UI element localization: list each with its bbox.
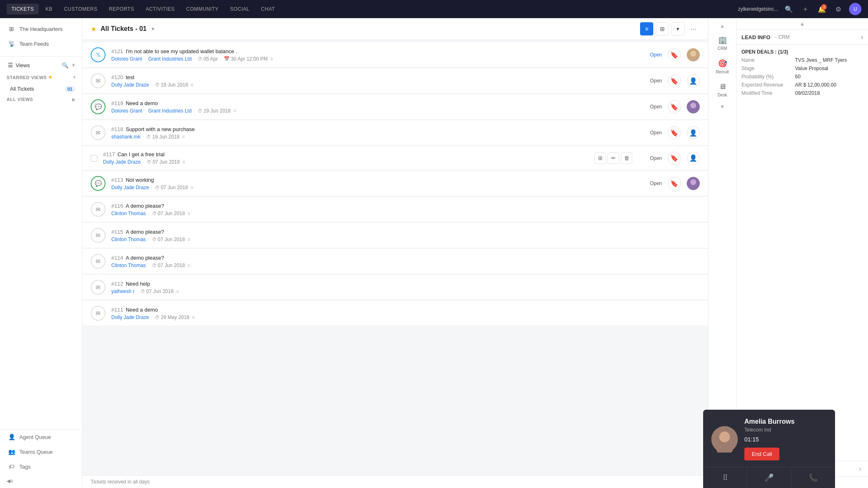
user-avatar[interactable]: U: [849, 3, 861, 15]
mute-icon-btn[interactable]: 🎤: [747, 467, 791, 488]
deal-revenue-label: Expected Revenue: [741, 82, 795, 88]
tickets-header: ★ All Tickets - 01 ▾ ≡ ⊞ ▾ ···: [82, 18, 708, 40]
table-row[interactable]: ✉ #114 A demo please? Clinton Thomas · ⏱…: [82, 249, 708, 274]
table-row[interactable]: ✉ #115 A demo please? Clinton Thomas · ⏱…: [82, 223, 708, 248]
ticket-contact[interactable]: Clinton Thomas: [111, 263, 146, 268]
sidebar-item-teams-queue[interactable]: 👥 Teams Queue: [0, 444, 82, 459]
bookmark-icon-btn[interactable]: 🔖: [668, 100, 681, 113]
assign-icon-btn[interactable]: 👤: [687, 126, 700, 139]
nav-item-chat[interactable]: CHAT: [256, 4, 280, 14]
ticket-subject: I'm not able to see my updated wallet ba…: [126, 48, 237, 54]
ticket-content: #111 Need a demo Dolly Jade Draze · ⏱29 …: [111, 307, 700, 320]
ticket-contact[interactable]: shashank.mk: [111, 134, 141, 140]
table-row[interactable]: 💬 #113 Not working Dolly Jade Draze · ⏱0…: [82, 171, 708, 196]
keypad-icon-btn[interactable]: ⠿: [703, 467, 747, 488]
channel-icon-email: ✉: [91, 125, 106, 140]
table-row[interactable]: #117 Can I get a free trial Dolly Jade D…: [82, 146, 708, 170]
float-nav-crm[interactable]: 🏢 CRM: [708, 32, 736, 54]
ticket-company[interactable]: Grant Industries Ltd: [148, 108, 191, 114]
edit-icon-btn[interactable]: ✏: [608, 152, 619, 164]
nav-item-customers[interactable]: CUSTOMERS: [59, 4, 102, 14]
merge-icon-btn[interactable]: ⊞: [594, 152, 606, 164]
table-row[interactable]: ✉ #112 Need help yatheesh r · ⏱07 Jun 20…: [82, 275, 708, 300]
notifications-icon-btn[interactable]: 🔔 3: [816, 3, 828, 15]
grid-view-button[interactable]: ⊞: [656, 22, 669, 35]
filter-button[interactable]: ▾: [671, 22, 685, 35]
float-scroll-down[interactable]: ▼: [718, 102, 727, 111]
ticket-number: #121: [111, 48, 123, 54]
search-icon-btn[interactable]: 🔍: [783, 3, 795, 15]
nav-item-tickets[interactable]: TICKETS: [7, 4, 39, 14]
bookmark-icon-btn[interactable]: 🔖: [668, 152, 681, 165]
panel-scroll-up[interactable]: ▲: [737, 18, 868, 30]
sidebar-item-agent-queue[interactable]: 👤 Agent Queue: [0, 429, 82, 444]
table-row[interactable]: 💬 #119 Need a demo Dolores Grant · Grant…: [82, 94, 708, 120]
starred-views-arrow-icon[interactable]: ▾: [73, 75, 76, 80]
nav-item-reports[interactable]: REPORTS: [104, 4, 139, 14]
table-row[interactable]: ✉ #116 A demo please? Clinton Thomas · ⏱…: [82, 197, 708, 222]
teams-queue-icon: 👥: [8, 448, 15, 455]
ticket-contact[interactable]: Dolly Jade Draze: [111, 314, 149, 320]
ticket-contact[interactable]: yatheesh r: [111, 289, 134, 294]
sidebar-item-headquarters[interactable]: ⊞ The Headquarters: [0, 21, 82, 36]
ticket-assignee-avatar: [687, 177, 700, 190]
notes-icon: ≡: [188, 237, 190, 242]
sidebar-item-team-feeds[interactable]: 📡 Team Feeds: [0, 36, 82, 51]
svg-point-4: [690, 103, 696, 108]
nav-item-community[interactable]: COMMUNITY: [181, 4, 224, 14]
float-scroll-up[interactable]: ▲: [718, 21, 727, 30]
call-company: Telecom Ind: [744, 427, 795, 433]
tags-label: Tags: [19, 464, 75, 470]
search-icon[interactable]: 🔍: [62, 62, 68, 68]
float-nav-recruit[interactable]: 🎯 Recruit: [708, 56, 736, 77]
crm-tag-label: - CRM: [775, 34, 790, 40]
add-icon-btn[interactable]: ＋: [800, 3, 811, 15]
ticket-company[interactable]: Grant Industries Ltd: [148, 56, 191, 62]
notes-icon: ≡: [190, 185, 193, 190]
list-view-button[interactable]: ≡: [640, 22, 653, 35]
all-views-arrow-icon[interactable]: ▶: [72, 97, 76, 102]
ticket-contact[interactable]: Dolly Jade Draze: [103, 159, 141, 165]
float-nav-desk[interactable]: 🖥 Desk: [708, 79, 736, 101]
ticket-content: #120 test Dolly Jade Draze · ⏱19 Jun 201…: [111, 74, 636, 88]
table-row[interactable]: ✉ #120 test Dolly Jade Draze · ⏱19 Jun 2…: [82, 68, 708, 94]
bookmark-icon-btn[interactable]: 🔖: [668, 126, 681, 139]
ticket-contact[interactable]: Clinton Thomas: [111, 211, 146, 216]
bookmark-icon-btn[interactable]: 🔖: [668, 177, 681, 190]
ticket-checkbox[interactable]: [91, 155, 97, 162]
nav-domain: zylkerwidgetsinc...: [738, 6, 778, 12]
table-row[interactable]: 𝕏 #121 I'm not able to see my updated wa…: [82, 42, 708, 68]
collapse-sidebar-button[interactable]: ◀≡: [0, 474, 82, 488]
ticket-contact[interactable]: Dolores Grant: [111, 56, 142, 62]
sidebar-item-tags[interactable]: 🏷 Tags: [0, 459, 82, 474]
ticket-contact[interactable]: Clinton Thomas: [111, 237, 146, 242]
ticket-contact[interactable]: Dolly Jade Draze: [111, 82, 149, 88]
bookmark-icon-btn[interactable]: 🔖: [668, 48, 681, 61]
settings-icon-btn[interactable]: ⚙: [833, 3, 844, 15]
sidebar: ⊞ The Headquarters 📡 Team Feeds ☰ Views …: [0, 18, 82, 488]
nav-right: zylkerwidgetsinc... 🔍 ＋ 🔔 3 ⚙ U: [738, 3, 861, 15]
table-row[interactable]: ✉ #118 Support with a new purchase shash…: [82, 120, 708, 145]
ticket-date: ⏱07 Jun 2018: [147, 159, 180, 165]
delete-icon-btn[interactable]: 🗑: [621, 152, 632, 164]
add-view-icon[interactable]: +: [72, 61, 75, 69]
ticket-contact[interactable]: Dolores Grant: [111, 108, 142, 114]
headquarters-icon: ⊞: [8, 25, 15, 33]
ticket-contact[interactable]: Dolly Jade Draze: [111, 185, 149, 190]
panel-next-icon[interactable]: ›: [859, 465, 861, 473]
sidebar-item-all-tickets[interactable]: All Tickets 01: [0, 82, 82, 95]
lead-info-expand-icon[interactable]: ›: [861, 34, 863, 40]
tickets-star-icon[interactable]: ★: [91, 25, 96, 33]
assign-icon-btn[interactable]: 👤: [687, 74, 700, 87]
bookmark-icon-btn[interactable]: 🔖: [668, 74, 681, 87]
table-row[interactable]: ✉ #111 Need a demo Dolly Jade Draze · ⏱2…: [82, 301, 708, 326]
channel-icon-twitter: 𝕏: [91, 47, 106, 62]
tickets-dropdown-icon[interactable]: ▾: [152, 26, 154, 32]
phone-icon-btn[interactable]: 📞: [791, 467, 835, 488]
assign-icon-btn[interactable]: 👤: [687, 152, 700, 165]
nav-item-kb[interactable]: KB: [40, 4, 57, 14]
more-options-button[interactable]: ···: [687, 23, 700, 35]
nav-item-activities[interactable]: ACTIVITIES: [141, 4, 179, 14]
nav-item-social[interactable]: SOCIAL: [225, 4, 254, 14]
end-call-button[interactable]: End Call: [744, 448, 779, 460]
